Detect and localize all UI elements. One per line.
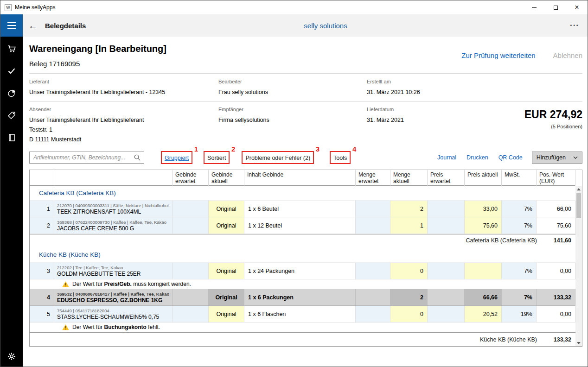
sidebar-item-reports[interactable] [0, 82, 23, 104]
gear-icon [7, 352, 16, 361]
article-cell: 212202 | Tee | Kaffee, Tee, Kakao GOLDM … [54, 263, 173, 279]
maximize-icon [554, 6, 558, 10]
article-meta: 369368 | 07622400009730 | Kaffee | Kaffe… [57, 220, 166, 225]
search-icon [134, 154, 141, 161]
preis-aktuell-cell[interactable] [465, 263, 502, 279]
divider [29, 101, 582, 102]
scrollbar-thumb[interactable] [576, 193, 581, 218]
forward-for-review-button[interactable]: Zur Prüfung weiterleiten [461, 51, 535, 59]
field-erstellt-am: Erstellt am 31. März 2021 10:26 [367, 79, 582, 97]
sortiert-button[interactable]: Sortiert [207, 155, 226, 161]
article-name: STASS.LYCHEE-SCHAUMWEIN5% 0,75 [57, 314, 159, 320]
qr-code-link[interactable]: QR Code [499, 154, 523, 161]
annotation-box: Probleme oder Fehler (2) [242, 151, 314, 164]
hamburger-icon [7, 22, 16, 23]
warning-row: Der Wert für Preis/Geb. muss korrigiert … [30, 279, 575, 289]
more-menu-button[interactable]: ··· [570, 21, 579, 30]
close-button[interactable]: × [566, 0, 588, 14]
menge-aktuell-cell[interactable]: 0 [390, 263, 428, 279]
document-total: EUR 274,92 (5 Positionen) [469, 107, 582, 145]
col-empty [30, 170, 54, 186]
tools-button[interactable]: Tools [333, 155, 347, 161]
gebinde-aktuell-cell[interactable]: Original [209, 263, 244, 279]
group-header-kueche[interactable]: Küche KB (Küche KB) [30, 247, 575, 263]
hamburger-menu-button[interactable] [0, 14, 23, 37]
pos-wert-cell: 66,00 [537, 201, 575, 217]
menge-aktuell-cell[interactable]: 1 [390, 217, 428, 234]
scroll-down-arrow[interactable] [575, 340, 582, 346]
row-number: 5 [30, 306, 54, 323]
table-row[interactable]: 5 754449 | 05411718182004 STASS.LYCHEE-S… [30, 306, 575, 323]
search-input[interactable] [29, 152, 144, 164]
table-row[interactable]: 3 212202 | Tee | Kaffee, Tee, Kakao GOLD… [30, 263, 575, 279]
menge-aktuell-cell[interactable]: 0 [390, 306, 428, 323]
field-absender: Absender Unser Trainingslieferant Ihr Li… [29, 107, 218, 145]
back-button[interactable]: ← [28, 21, 38, 30]
gebinde-aktuell-cell[interactable]: Original [209, 217, 244, 234]
page-title: Belegdetails [45, 22, 86, 30]
scroll-up-arrow[interactable] [575, 186, 582, 192]
annotation-3: Probleme oder Fehler (2) 3 [242, 151, 314, 164]
sidebar-item-journal[interactable] [0, 127, 23, 149]
chevron-down-icon [573, 156, 578, 159]
row-number: 3 [30, 263, 54, 279]
gebinde-aktuell-cell[interactable]: Original [209, 289, 244, 306]
inhalt-gebinde-cell: 1 x 6 Beutel [244, 201, 356, 217]
article-meta: 754449 | 05411718182004 [57, 308, 109, 313]
article-search[interactable] [29, 152, 144, 164]
sidebar-item-cart[interactable] [0, 38, 23, 60]
table-row-selected[interactable]: 4 369532 | 04006067818417 | Kaffee | Kaf… [30, 289, 575, 306]
table-scrollbar[interactable] [575, 186, 582, 346]
field-bearbeiter: Bearbeiter Frau selly solutions [218, 79, 367, 97]
table-toolbar: Gruppiert 1 Sortiert 2 Probleme oder Feh… [29, 151, 582, 165]
group-total-value: 133,32 [549, 336, 571, 343]
menge-erwartet-cell [356, 217, 390, 234]
book-icon [7, 133, 16, 142]
warning-icon [62, 324, 69, 330]
annotation-number: 3 [316, 145, 320, 153]
gebinde-aktuell-cell[interactable]: Original [209, 306, 244, 323]
article-name: TEEK ZITRONENSAFT 100X4ML [57, 209, 141, 215]
minimize-button[interactable] [524, 0, 545, 14]
app-header: ← Belegdetails selly solutions ··· [0, 14, 588, 37]
gebinde-erwartet-cell [173, 263, 209, 279]
table-row[interactable]: 2 369368 | 07622400009730 | Kaffee | Kaf… [30, 217, 575, 234]
gebinde-erwartet-cell [173, 289, 209, 306]
reject-button[interactable]: Ablehnen [553, 51, 582, 59]
menge-aktuell-cell[interactable]: 2 [390, 289, 428, 306]
preis-aktuell-cell[interactable]: 33,00 [465, 201, 502, 217]
gebinde-erwartet-cell [173, 217, 209, 234]
row-number: 2 [30, 217, 54, 234]
preis-aktuell-cell[interactable]: 75,60 [465, 217, 502, 234]
inhalt-gebinde-cell: 1 x 24 Packungen [244, 263, 356, 279]
inhalt-gebinde-cell: 1 x 12 Beutel [244, 217, 356, 234]
preis-aktuell-cell[interactable]: 66,66 [465, 289, 502, 306]
sidebar-item-settings[interactable] [0, 345, 23, 367]
col-menge-aktuell: Menge aktuell [390, 170, 428, 186]
annotation-number: 2 [231, 145, 235, 153]
document-title: Wareneingang [In Bearbeitung] [29, 44, 166, 54]
row-number: 4 [30, 289, 54, 306]
close-icon: × [575, 4, 579, 11]
article-name: EDUSCHO ESPRESSO, GZ.BOHNE 1KG [57, 297, 162, 304]
pos-wert-cell: 0,00 [537, 263, 575, 279]
hinzufuegen-button[interactable]: Hinzufügen [532, 152, 582, 164]
gebinde-aktuell-cell[interactable]: Original [209, 201, 244, 217]
drucken-link[interactable]: Drucken [467, 154, 488, 161]
sidebar-item-tasks[interactable] [0, 60, 23, 82]
sidebar-item-labels[interactable] [0, 104, 23, 127]
table-row[interactable]: 1 212070 | 04009300003311 | Säfte, Nekta… [30, 201, 575, 217]
gruppiert-button[interactable]: Gruppiert [165, 155, 189, 161]
journal-link[interactable]: Journal [437, 154, 456, 161]
preis-aktuell-cell[interactable]: 20,52 [465, 306, 502, 323]
preis-erwartet-cell [428, 289, 465, 306]
divider [29, 73, 582, 74]
menge-aktuell-cell[interactable]: 2 [390, 201, 428, 217]
group-header-cafeteria[interactable]: Cafeteria KB (Cafeteria KB) [30, 186, 575, 201]
group-total-label: Cafeteria KB (Cafeteria KB) [466, 237, 537, 244]
annotation-2: Sortiert 2 [204, 151, 230, 164]
pos-wert-cell: 0,00 [537, 306, 575, 323]
menge-erwartet-cell [356, 201, 390, 217]
maximize-button[interactable] [545, 0, 566, 14]
probleme-fehler-button[interactable]: Probleme oder Fehler (2) [245, 155, 310, 161]
